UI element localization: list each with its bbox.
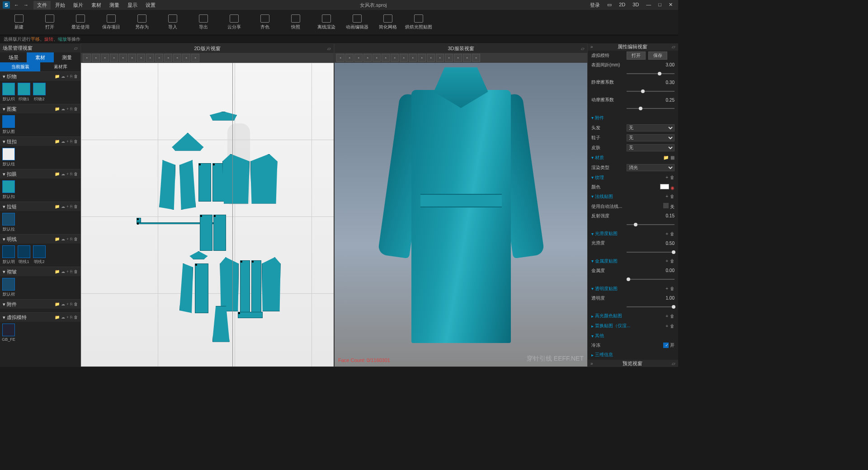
delete-icon[interactable]: 🗑 <box>74 139 78 144</box>
folder-icon[interactable]: 📁 <box>55 204 60 209</box>
collapse-icon[interactable]: » <box>590 44 593 49</box>
settings-icon[interactable]: ▦ <box>670 155 675 160</box>
pattern-piece[interactable] <box>210 112 237 121</box>
checkbox[interactable] <box>663 203 669 208</box>
cloud-icon[interactable]: ☁ <box>61 315 65 320</box>
tab-场景[interactable]: 场景 <box>0 52 27 62</box>
tool-最近使用[interactable]: 最近使用 <box>66 12 95 33</box>
pattern-piece[interactable] <box>195 263 208 313</box>
prop-value[interactable]: 0.15 <box>627 213 675 218</box>
section-avatar[interactable]: ▾ 虚拟模特 <box>3 314 27 321</box>
thumb-默认拉[interactable]: 默认拉 <box>2 213 15 232</box>
folder-icon[interactable]: 📁 <box>663 155 669 160</box>
delete-icon[interactable]: 🗑 <box>670 314 675 319</box>
pattern-piece[interactable] <box>213 215 226 251</box>
menu-文件[interactable]: 文件 <box>33 1 51 9</box>
delete-icon[interactable]: 🗑 <box>670 324 675 329</box>
section-pattern[interactable]: ▾ 图案 <box>3 106 17 113</box>
thumb-默认明[interactable]: 默认明 <box>2 245 15 265</box>
folder-icon[interactable]: 📁 <box>55 302 60 306</box>
checkbox[interactable]: ✓ <box>663 343 669 348</box>
pattern-piece[interactable] <box>262 257 281 311</box>
delete-icon[interactable]: 🗑 <box>74 237 78 241</box>
delete-icon[interactable]: 🗑 <box>74 74 78 79</box>
vp-tool-7[interactable]: ▫ <box>146 54 154 62</box>
section-button[interactable]: ▾ 纽扣 <box>3 138 17 145</box>
section-specular[interactable]: ▸ 高光颜色贴图 <box>591 313 622 319</box>
delete-icon[interactable]: 🗑 <box>670 175 675 180</box>
pattern-piece[interactable] <box>200 215 212 251</box>
pattern-piece[interactable] <box>179 160 196 210</box>
color-swatch[interactable] <box>660 184 669 189</box>
pattern-piece[interactable] <box>179 263 193 313</box>
thumb-默认纽[interactable]: 默认纽 <box>2 148 15 167</box>
section-accessory[interactable]: ▾ 附件 <box>3 301 17 308</box>
copy-icon[interactable]: ⎘ <box>70 302 72 306</box>
menu-显示[interactable]: 显示 <box>124 1 141 9</box>
vp-tool-4[interactable]: ▫ <box>373 54 381 62</box>
vp-tool-12[interactable]: ▫ <box>445 54 453 62</box>
color-picker-icon[interactable]: ◉ <box>670 185 675 190</box>
copy-icon[interactable]: ⎘ <box>70 237 72 241</box>
section-stitch[interactable]: ▾ 明线 <box>3 236 17 243</box>
canvas-3d[interactable]: Face Count: 0/1160301 穿针引线 EEFF.NET <box>335 63 587 367</box>
subtab-素材库[interactable]: 素材库 <box>40 62 80 71</box>
cloud-icon[interactable]: ☁ <box>61 74 65 79</box>
tool-导出[interactable]: 导出 <box>189 12 218 33</box>
thumb-默认褶[interactable]: 默认褶 <box>2 278 15 297</box>
copy-icon[interactable]: ⎘ <box>70 269 72 274</box>
section-3dinfo[interactable]: ▸ 三维信息 <box>591 352 613 358</box>
prop-value[interactable]: 0.00 <box>627 268 675 273</box>
section-normal[interactable]: ▾ 法线贴图 <box>591 193 613 200</box>
open-button[interactable]: 打开 <box>627 52 646 60</box>
tool-齐色[interactable]: 齐色 <box>250 12 279 33</box>
add-icon[interactable]: + <box>66 204 69 209</box>
render-type-select[interactable]: 消光 <box>627 164 675 171</box>
delete-icon[interactable]: 🗑 <box>670 231 675 236</box>
section-fabric[interactable]: ▾ 织物 <box>3 73 17 80</box>
cloud-icon[interactable]: ☁ <box>61 302 65 306</box>
cloud-icon[interactable]: ☁ <box>61 237 65 241</box>
vp-tool-12[interactable]: ▫ <box>191 54 199 62</box>
vp-tool-1[interactable]: ▫ <box>92 54 100 62</box>
section-material[interactable]: ▾ 材质 <box>591 155 604 161</box>
surface-dist-slider[interactable] <box>627 73 675 74</box>
pattern-piece[interactable] <box>172 133 203 151</box>
thumb-织物2[interactable]: 织物2 <box>33 83 46 102</box>
login-button[interactable]: 登录 <box>587 2 603 9</box>
vp-tool-5[interactable]: ▫ <box>128 54 136 62</box>
add-icon[interactable]: + <box>665 258 668 263</box>
dyn-fric-slider[interactable] <box>627 108 675 109</box>
hair-select[interactable]: 无 <box>627 124 675 132</box>
delete-icon[interactable]: 🗑 <box>74 302 78 306</box>
delete-icon[interactable]: 🗑 <box>670 286 675 291</box>
view-2d-button[interactable]: 2D <box>616 2 628 9</box>
thumb-明线2[interactable]: 明线2 <box>33 245 46 265</box>
copy-icon[interactable]: ⎘ <box>70 172 72 176</box>
add-icon[interactable]: + <box>66 315 69 320</box>
tool-另存为[interactable]: 另存为 <box>127 12 156 33</box>
add-icon[interactable]: + <box>665 324 668 329</box>
vp-tool-0[interactable]: ▫ <box>336 54 344 62</box>
add-icon[interactable]: + <box>66 237 69 241</box>
vp-tool-6[interactable]: ▫ <box>137 54 145 62</box>
pattern-piece[interactable] <box>189 251 208 259</box>
tool-简化网格[interactable]: 简化网格 <box>373 12 402 33</box>
delete-icon[interactable]: 🗑 <box>74 315 78 320</box>
pattern-piece[interactable] <box>220 257 239 311</box>
cloud-icon[interactable]: ☁ <box>61 204 65 209</box>
copy-icon[interactable]: ⎘ <box>70 139 72 144</box>
section-texture[interactable]: ▾ 纹理 <box>591 174 604 181</box>
prop-value[interactable]: 0.50 <box>627 241 675 246</box>
metal-slider[interactable] <box>627 279 675 280</box>
prop-value[interactable]: 3.00 <box>627 62 675 67</box>
subtab-当前服装[interactable]: 当前服装 <box>0 62 40 71</box>
folder-icon[interactable]: 📁 <box>55 315 60 320</box>
copy-icon[interactable]: ⎘ <box>70 315 72 320</box>
smooth-slider[interactable] <box>627 252 675 253</box>
prop-value[interactable]: 0.25 <box>627 98 675 103</box>
vp-tool-2[interactable]: ▫ <box>101 54 109 62</box>
vp-tool-15[interactable]: ▫ <box>472 54 480 62</box>
skin-select[interactable]: 无 <box>627 144 675 151</box>
vp-tool-8[interactable]: ▫ <box>155 54 163 62</box>
